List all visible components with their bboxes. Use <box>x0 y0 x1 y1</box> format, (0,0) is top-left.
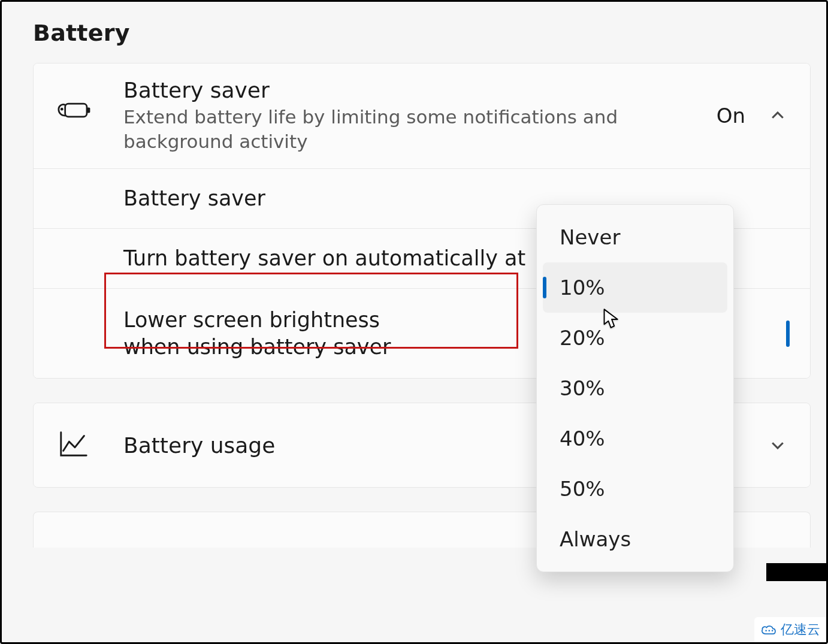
battery-saver-icon <box>58 98 92 133</box>
dropdown-option[interactable]: 10% <box>543 262 727 313</box>
chevron-up-icon[interactable] <box>766 104 790 128</box>
svg-point-4 <box>769 630 770 631</box>
svg-rect-0 <box>65 104 87 117</box>
dropdown-option[interactable]: Always <box>543 514 727 564</box>
battery-saver-status: On <box>717 104 745 128</box>
battery-saver-title: Battery saver <box>123 78 717 102</box>
battery-saver-description: Extend battery life by limiting some not… <box>123 105 717 154</box>
cloud-icon <box>760 623 777 636</box>
dropdown-option[interactable]: 50% <box>543 464 727 514</box>
dropdown-option[interactable]: Never <box>543 212 727 262</box>
svg-point-2 <box>61 108 64 111</box>
dropdown-option[interactable]: 30% <box>543 363 727 413</box>
svg-point-5 <box>772 630 773 631</box>
watermark-text: 亿速云 <box>781 621 820 639</box>
section-title-battery: Battery <box>33 20 811 46</box>
auto-on-dropdown[interactable]: Never10%20%30%40%50%Always <box>536 204 734 572</box>
svg-point-3 <box>765 630 767 631</box>
lower-brightness-label: Lower screen brightness when using batte… <box>123 307 435 361</box>
dropdown-option[interactable]: 20% <box>543 313 727 363</box>
chevron-down-icon[interactable] <box>766 433 790 457</box>
toggle-indicator <box>786 321 790 347</box>
battery-saver-header-row[interactable]: Battery saver Extend battery life by lim… <box>34 64 810 169</box>
svg-rect-1 <box>87 108 90 113</box>
dropdown-option[interactable]: 40% <box>543 413 727 464</box>
watermark: 亿速云 <box>754 563 826 642</box>
chart-icon <box>58 428 92 462</box>
